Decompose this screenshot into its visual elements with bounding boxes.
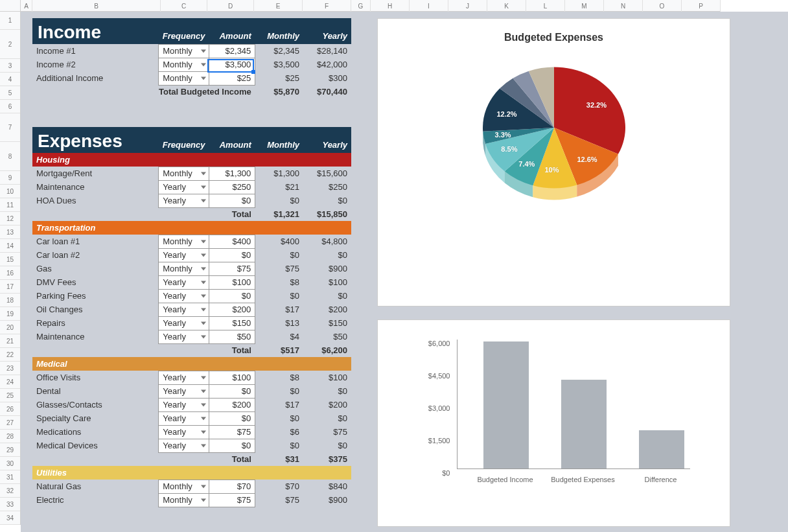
row-header-31[interactable]: 31	[0, 470, 20, 484]
expense-name[interactable]: Car loan #2	[32, 248, 159, 262]
amount-input[interactable]: $75	[209, 262, 255, 275]
column-header-K[interactable]: K	[487, 0, 526, 12]
row-header-27[interactable]: 27	[0, 416, 20, 430]
row-header-20[interactable]: 20	[0, 321, 20, 334]
frequency-dropdown[interactable]: Monthly	[159, 262, 209, 275]
amount-input[interactable]: $25	[209, 71, 255, 85]
column-header-M[interactable]: M	[565, 0, 604, 12]
column-header-N[interactable]: N	[604, 0, 643, 12]
expense-name[interactable]: DMV Fees	[32, 275, 159, 289]
sheet-area[interactable]: Income Frequency Amount Monthly Yearly I…	[21, 12, 788, 532]
row-header-32[interactable]: 32	[0, 484, 20, 498]
amount-input[interactable]: $100	[209, 275, 255, 289]
income-name[interactable]: Income #2	[32, 58, 159, 71]
frequency-dropdown[interactable]: Yearly	[159, 411, 209, 425]
row-header-13[interactable]: 13	[0, 226, 20, 239]
row-header-15[interactable]: 15	[0, 253, 20, 266]
frequency-dropdown[interactable]: Yearly	[159, 194, 209, 207]
amount-input[interactable]: $100	[209, 371, 255, 384]
amount-input[interactable]: $0	[209, 248, 255, 262]
frequency-dropdown[interactable]: Yearly	[159, 425, 209, 439]
bar-chart[interactable]: $0$1,500$3,000$4,500$6,000 Budgeted Inco…	[377, 319, 730, 527]
row-header-1[interactable]: 1	[0, 12, 20, 30]
row-header-22[interactable]: 22	[0, 348, 20, 362]
expense-name[interactable]: HOA Dues	[32, 194, 159, 207]
frequency-dropdown[interactable]: Monthly	[159, 167, 209, 180]
expense-name[interactable]: Medical Devices	[32, 439, 159, 452]
frequency-dropdown[interactable]: Yearly	[159, 384, 209, 398]
column-header-D[interactable]: D	[207, 0, 254, 12]
amount-input[interactable]: $150	[209, 316, 255, 330]
row-header-6[interactable]: 6	[0, 100, 20, 113]
bar[interactable]	[483, 341, 529, 468]
frequency-dropdown[interactable]: Monthly	[159, 44, 209, 58]
frequency-dropdown[interactable]: Monthly	[159, 493, 209, 507]
expense-name[interactable]: Specialty Care	[32, 411, 159, 425]
amount-input[interactable]: $75	[209, 493, 255, 507]
row-header-8[interactable]: 8	[0, 142, 20, 171]
expense-name[interactable]: Maintenance	[32, 330, 159, 343]
expense-name[interactable]: Car loan #1	[32, 235, 159, 248]
row-header-21[interactable]: 21	[0, 334, 20, 348]
row-header-10[interactable]: 10	[0, 185, 20, 198]
amount-input[interactable]: $75	[209, 425, 255, 439]
frequency-dropdown[interactable]: Monthly	[159, 58, 209, 71]
column-header-B[interactable]: B	[32, 0, 161, 12]
select-all-corner[interactable]	[0, 0, 21, 12]
column-header-F[interactable]: F	[303, 0, 351, 12]
expense-name[interactable]: Medications	[32, 425, 159, 439]
frequency-dropdown[interactable]: Yearly	[159, 275, 209, 289]
column-header-P[interactable]: P	[682, 0, 721, 12]
amount-input[interactable]: $0	[209, 384, 255, 398]
amount-input[interactable]: $0	[209, 411, 255, 425]
amount-input[interactable]: $200	[209, 303, 255, 316]
frequency-dropdown[interactable]: Yearly	[159, 330, 209, 343]
amount-input[interactable]: $200	[209, 398, 255, 411]
amount-input[interactable]: $250	[209, 180, 255, 194]
amount-input[interactable]: $2,345	[209, 44, 255, 58]
row-header-23[interactable]: 23	[0, 362, 20, 375]
column-header-O[interactable]: O	[643, 0, 682, 12]
frequency-dropdown[interactable]: Yearly	[159, 439, 209, 452]
frequency-dropdown[interactable]: Yearly	[159, 316, 209, 330]
row-header-33[interactable]: 33	[0, 498, 20, 511]
column-header-H[interactable]: H	[371, 0, 410, 12]
row-header-17[interactable]: 17	[0, 280, 20, 294]
expense-name[interactable]: Dental	[32, 384, 159, 398]
expense-name[interactable]: Parking Fees	[32, 289, 159, 303]
expense-name[interactable]: Maintenance	[32, 180, 159, 194]
amount-input[interactable]: $0	[209, 194, 255, 207]
row-header-24[interactable]: 24	[0, 375, 20, 389]
frequency-dropdown[interactable]: Yearly	[159, 289, 209, 303]
income-name[interactable]: Additional Income	[32, 71, 159, 85]
expense-name[interactable]: Gas	[32, 262, 159, 275]
row-header-30[interactable]: 30	[0, 457, 20, 470]
row-header-14[interactable]: 14	[0, 239, 20, 253]
row-header-7[interactable]: 7	[0, 113, 20, 142]
expense-name[interactable]: Oil Changes	[32, 303, 159, 316]
row-header-5[interactable]: 5	[0, 86, 20, 100]
row-header-34[interactable]: 34	[0, 511, 20, 525]
expense-name[interactable]: Glasses/Contacts	[32, 398, 159, 411]
row-header-25[interactable]: 25	[0, 389, 20, 402]
row-header-28[interactable]: 28	[0, 430, 20, 443]
column-header-A[interactable]: A	[21, 0, 32, 12]
expense-name[interactable]: Office Visits	[32, 371, 159, 384]
column-header-C[interactable]: C	[161, 0, 207, 12]
frequency-dropdown[interactable]: Yearly	[159, 398, 209, 411]
income-name[interactable]: Income #1	[32, 44, 159, 58]
frequency-dropdown[interactable]: Yearly	[159, 180, 209, 194]
amount-input[interactable]: $0	[209, 439, 255, 452]
column-header-E[interactable]: E	[254, 0, 303, 12]
amount-input[interactable]: $0	[209, 289, 255, 303]
expense-name[interactable]: Electric	[32, 493, 159, 507]
row-header-26[interactable]: 26	[0, 402, 20, 416]
row-header-16[interactable]: 16	[0, 266, 20, 280]
amount-input[interactable]: $400	[209, 235, 255, 248]
amount-input[interactable]: $70	[209, 480, 255, 493]
frequency-dropdown[interactable]: Yearly	[159, 371, 209, 384]
row-header-19[interactable]: 19	[0, 307, 20, 321]
row-header-11[interactable]: 11	[0, 198, 20, 212]
column-headers[interactable]: ABCDEFGHIJKLMNOP	[21, 0, 721, 12]
row-header-12[interactable]: 12	[0, 212, 20, 226]
